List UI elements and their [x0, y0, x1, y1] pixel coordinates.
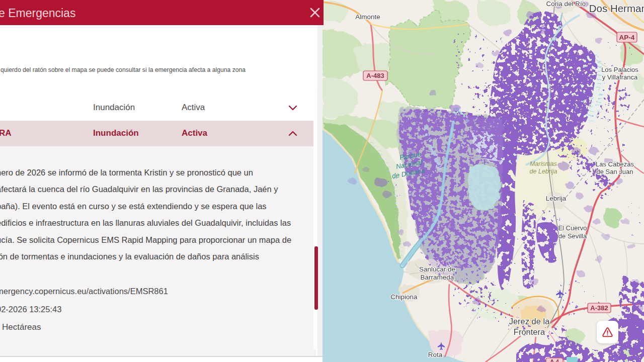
svg-text:A-483: A-483 [366, 72, 384, 79]
svg-text:de San Juan: de San Juan [596, 168, 633, 175]
svg-text:Coria del Río: Coria del Río [546, 0, 586, 8]
svg-text:Sanlúcar de: Sanlúcar de [419, 265, 455, 273]
svg-text:Frontera: Frontera [514, 327, 545, 336]
svg-text:Los Palacios: Los Palacios [601, 66, 638, 73]
svg-text:de Lebrija: de Lebrija [530, 168, 557, 175]
svg-text:Jerez de la: Jerez de la [509, 317, 550, 326]
svg-text:Lebrija: Lebrija [546, 195, 567, 202]
svg-text:y Villafranca: y Villafranca [602, 73, 638, 81]
svg-text:Marismas: Marismas [530, 160, 557, 167]
svg-text:Dos Hermana: Dos Hermana [589, 3, 644, 14]
svg-text:Almonte: Almonte [355, 13, 380, 21]
svg-text:AP-4: AP-4 [619, 34, 635, 41]
svg-text:Chipiona: Chipiona [390, 293, 418, 301]
svg-text:El Cuervo: El Cuervo [558, 224, 587, 232]
svg-text:de Sevilla: de Sevilla [558, 232, 587, 240]
svg-text:A-382: A-382 [590, 304, 608, 312]
svg-text:Rota: Rota [428, 351, 443, 358]
svg-text:A-4: A-4 [550, 358, 559, 362]
svg-text:Las Cabezas: Las Cabezas [596, 160, 634, 168]
svg-text:Barrameda: Barrameda [421, 274, 454, 281]
